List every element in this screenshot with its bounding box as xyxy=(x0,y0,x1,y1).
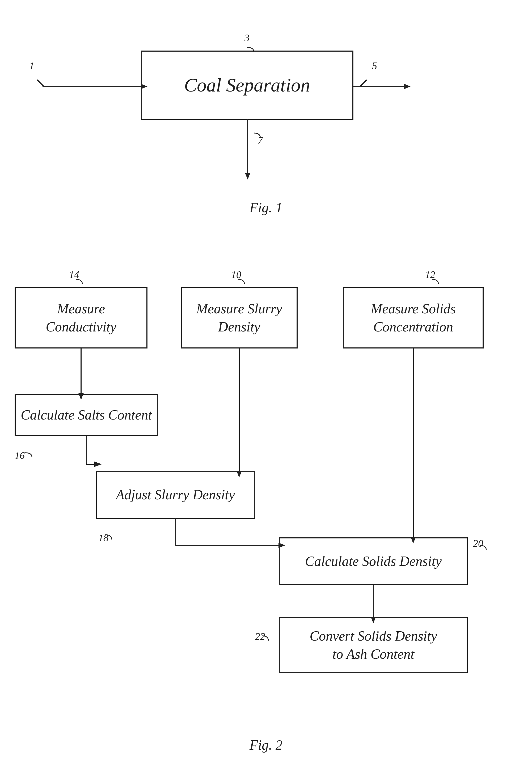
ref14: 14 xyxy=(69,269,79,280)
calculate-salts-content-text: Calculate Salts Content xyxy=(21,406,152,424)
svg-line-2 xyxy=(37,80,44,86)
ref7: 7 xyxy=(258,134,263,146)
calculate-solids-density-box: Calculate Solids Density xyxy=(279,537,468,585)
measure-solids-concentration-text: Measure SolidsConcentration xyxy=(371,300,456,336)
convert-solids-density-text: Convert Solids Densityto Ash Content xyxy=(310,627,437,663)
adjust-slurry-density-box: Adjust Slurry Density xyxy=(96,471,255,519)
measure-slurry-density-box: Measure SlurryDensity xyxy=(181,287,298,349)
ref1: 1 xyxy=(29,60,34,71)
svg-marker-7 xyxy=(245,173,250,179)
coal-separation-box: Coal Separation xyxy=(141,51,353,120)
calculate-solids-density-text: Calculate Solids Density xyxy=(305,552,442,570)
ref22: 22 xyxy=(255,631,265,642)
fig2-label: Fig. 2 xyxy=(250,737,282,753)
ref10: 10 xyxy=(231,269,241,280)
measure-conductivity-text: MeasureConductivity xyxy=(46,300,116,336)
fig1-area: 3 Coal Separation 1 5 7 xyxy=(0,16,532,224)
diagram-container: 3 Coal Separation 1 5 7 xyxy=(0,0,532,772)
ref5: 5 xyxy=(372,60,377,71)
measure-solids-concentration-box: Measure SolidsConcentration xyxy=(343,287,484,349)
fig2-area: 14 10 12 MeasureConductivity Measure Slu… xyxy=(0,255,532,761)
svg-line-5 xyxy=(360,80,367,86)
fig1-arrows xyxy=(0,16,532,224)
svg-marker-12 xyxy=(94,461,102,467)
ref18: 18 xyxy=(98,532,108,544)
ref12: 12 xyxy=(425,269,435,280)
calculate-salts-content-box: Calculate Salts Content xyxy=(15,394,158,436)
fig1-label: Fig. 1 xyxy=(250,200,282,216)
measure-conductivity-box: MeasureConductivity xyxy=(15,287,147,349)
adjust-slurry-density-text: Adjust Slurry Density xyxy=(116,486,235,504)
ref20: 20 xyxy=(473,537,483,549)
coal-separation-text: Coal Separation xyxy=(184,74,310,96)
ref16: 16 xyxy=(15,450,25,461)
convert-solids-density-box: Convert Solids Densityto Ash Content xyxy=(279,617,468,673)
svg-marker-4 xyxy=(404,84,411,89)
measure-slurry-density-text: Measure SlurryDensity xyxy=(196,300,282,336)
ref3: 3 xyxy=(244,32,250,44)
